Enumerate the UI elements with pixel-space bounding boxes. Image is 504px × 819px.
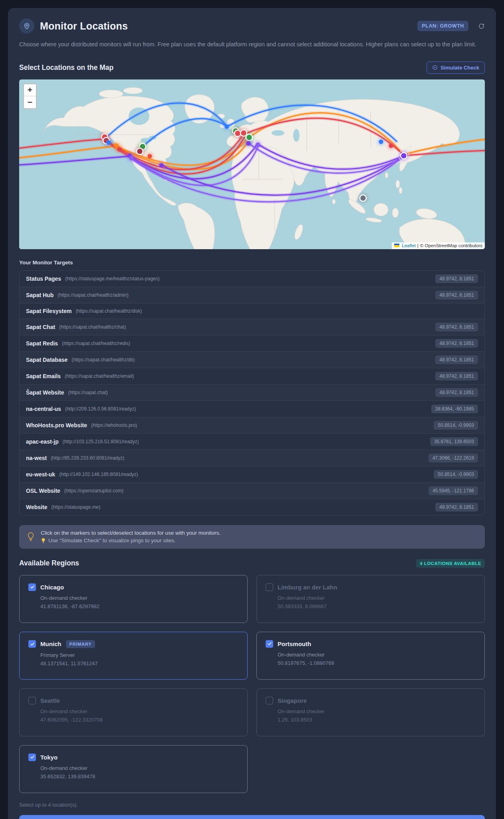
target-url: (http://85.239.233.60:8081/readyz) — [51, 455, 429, 461]
region-name: Portsmouth — [278, 641, 311, 647]
map-marker[interactable] — [224, 123, 230, 130]
region-checkbox[interactable] — [266, 583, 273, 591]
regions-section-title: Available Regions — [19, 559, 79, 567]
target-name: apac-east-jp — [26, 438, 59, 445]
target-row: na-west(http://85.239.233.60:8081/readyz… — [20, 450, 484, 466]
target-row: apac-east-jp(http://103.125.216.51:8081/… — [20, 434, 484, 450]
panel-header: Monitor Locations PLAN: GROWTH — [19, 18, 485, 34]
locations-available-badge: 4 LOCATIONS AVAILABLE — [416, 559, 485, 568]
map-marker[interactable] — [116, 146, 123, 153]
target-name: Šapat Website — [26, 389, 64, 396]
target-coordinates-badge: 47.3066, -122.2619 — [429, 454, 478, 462]
map-marker[interactable] — [128, 155, 135, 161]
region-name: Munich — [40, 641, 62, 647]
map-marker[interactable] — [399, 151, 409, 161]
region-name: Chicago — [40, 584, 64, 591]
target-row: na-central-us(http://209.126.0.56:8081/r… — [20, 401, 484, 417]
page-title: Monitor Locations — [40, 20, 412, 32]
target-name: eu-west-uk — [26, 471, 55, 478]
save-locations-button[interactable]: Save Locations — [19, 815, 485, 819]
primary-badge: PRIMARY — [66, 640, 95, 648]
region-coordinates: 47.6062095, -122.3320708 — [40, 717, 238, 723]
region-checker-type: On-demand checker — [40, 708, 238, 714]
region-coordinates: 50.383333, 8.066667 — [278, 603, 476, 609]
region-checker-type: On-demand checker — [278, 708, 476, 714]
target-row: Sapat Emails(https://sapat.chat/healthz/… — [20, 368, 484, 385]
region-coordinates: 1.29, 103.8503 — [278, 717, 476, 723]
region-card-limburg-an-der-lahn[interactable]: Limburg an der LahnOn-demand checker50.3… — [256, 575, 485, 623]
target-coordinates-badge: 48.9742, 8.1851 — [435, 274, 478, 283]
target-row: eu-west-uk(http://149.102.146.185:8081/r… — [20, 466, 484, 483]
monitor-locations-panel: Monitor Locations PLAN: GROWTH Choose wh… — [8, 8, 496, 819]
targets-section-title: Your Monitor Targets — [19, 260, 485, 266]
leaflet-link[interactable]: Leaflet — [402, 243, 416, 248]
target-coordinates-badge: 35.6761, 139.6503 — [430, 437, 478, 446]
region-card-singapore[interactable]: SingaporeOn-demand checker1.29, 103.8503 — [256, 688, 485, 736]
target-coordinates-badge: 48.9742, 8.1851 — [435, 323, 478, 331]
region-checkbox[interactable] — [28, 754, 36, 761]
target-name: na-west — [26, 455, 47, 461]
target-url: (http://103.125.216.51:8081/readyz) — [63, 439, 430, 444]
target-row: Status Pages(https://statuspage.me/healt… — [20, 271, 484, 287]
region-checkbox[interactable] — [28, 697, 36, 704]
region-card-portsmouth[interactable]: PortsmouthOn-demand checker50.8197675, -… — [256, 632, 485, 680]
map-marker[interactable] — [147, 153, 153, 159]
world-map[interactable]: + − Leaflet | © OpenStreetMap contributo… — [19, 79, 485, 249]
target-name: Status Pages — [26, 276, 61, 282]
target-url: (https://sapat.chat) — [68, 390, 435, 395]
region-coordinates: 50.8197675, -1.0880769 — [278, 660, 476, 666]
region-coordinates: 41.8781136, -87.6297982 — [40, 603, 238, 609]
region-checkbox[interactable] — [266, 640, 273, 648]
target-name: na-central-us — [26, 406, 61, 412]
target-coordinates-badge: 50.8514, -0.9903 — [434, 421, 478, 430]
region-checkbox[interactable] — [266, 697, 273, 704]
region-checker-type: On-demand checker — [278, 595, 476, 601]
map-marker[interactable] — [105, 139, 112, 146]
map-marker[interactable] — [388, 143, 394, 149]
map-marker[interactable] — [245, 140, 252, 147]
target-row: Website(https://statuspage.me)48.9742, 8… — [20, 499, 484, 515]
map-marker[interactable] — [158, 162, 165, 169]
target-coordinates-badge: 48.9742, 8.1851 — [435, 291, 478, 299]
target-name: Sapat Filesystem — [26, 308, 71, 314]
ukraine-flag-icon — [394, 244, 399, 247]
map-marker[interactable] — [135, 147, 144, 156]
lightbulb-filled-icon — [41, 537, 46, 544]
zoom-out-button[interactable]: − — [24, 96, 36, 108]
map-section-title: Select Locations on the Map — [19, 63, 113, 72]
refresh-icon[interactable] — [478, 23, 485, 30]
target-coordinates-badge: 45.5945, -121.1786 — [429, 486, 478, 495]
target-name: WhoHosts.pro Website — [26, 422, 87, 428]
play-circle-icon — [432, 65, 438, 70]
target-row: Sapat Hub(https://sapat.chat/healthz/adm… — [20, 287, 484, 303]
region-card-seattle[interactable]: SeattleOn-demand checker47.6062095, -122… — [19, 688, 248, 736]
target-url: (https://sapat.chat/healthz/redis) — [62, 341, 435, 346]
map-marker[interactable] — [378, 139, 384, 145]
target-coordinates-badge: 48.9742, 8.1851 — [435, 372, 478, 381]
selection-limit-note: Select up to 4 location(s). — [19, 802, 485, 808]
target-url: (https://sapat.chat/healthz/db) — [71, 357, 435, 363]
map-marker[interactable] — [359, 194, 367, 202]
simulate-check-button[interactable]: Simulate Check — [427, 61, 485, 74]
target-url: (https://sapat.chat/healthz/disk) — [75, 308, 478, 314]
region-card-munich[interactable]: MunichPRIMARYPrimary Server48.1371541, 1… — [19, 632, 248, 680]
target-row: Sapat Redis(https://sapat.chat/healthz/r… — [20, 335, 484, 352]
target-url: (http://209.126.0.56:8081/readyz) — [65, 406, 431, 412]
target-coordinates-badge: 48.9742, 8.1851 — [435, 388, 478, 397]
map-marker[interactable] — [255, 141, 261, 148]
lightbulb-outline-icon — [26, 531, 35, 542]
region-checkbox[interactable] — [28, 583, 36, 591]
region-card-chicago[interactable]: ChicagoOn-demand checker41.8781136, -87.… — [19, 575, 248, 623]
region-card-tokyo[interactable]: TokyoOn-demand checker35.652832, 139.839… — [19, 745, 248, 793]
region-name: Tokyo — [40, 754, 58, 761]
target-coordinates-badge: 48.9742, 8.1851 — [435, 503, 478, 512]
zoom-in-button[interactable]: + — [24, 84, 36, 96]
region-name: Limburg an der Lahn — [278, 584, 337, 591]
target-name: Website — [26, 504, 47, 510]
target-url: (http://149.102.146.185:8081/readyz) — [59, 472, 434, 477]
target-name: Sapat Chat — [26, 324, 55, 330]
target-name: Sapat Redis — [26, 340, 58, 347]
region-checkbox[interactable] — [28, 640, 36, 648]
region-checker-type: On-demand checker — [40, 595, 238, 601]
target-url: (https://statuspage.me) — [51, 504, 435, 510]
